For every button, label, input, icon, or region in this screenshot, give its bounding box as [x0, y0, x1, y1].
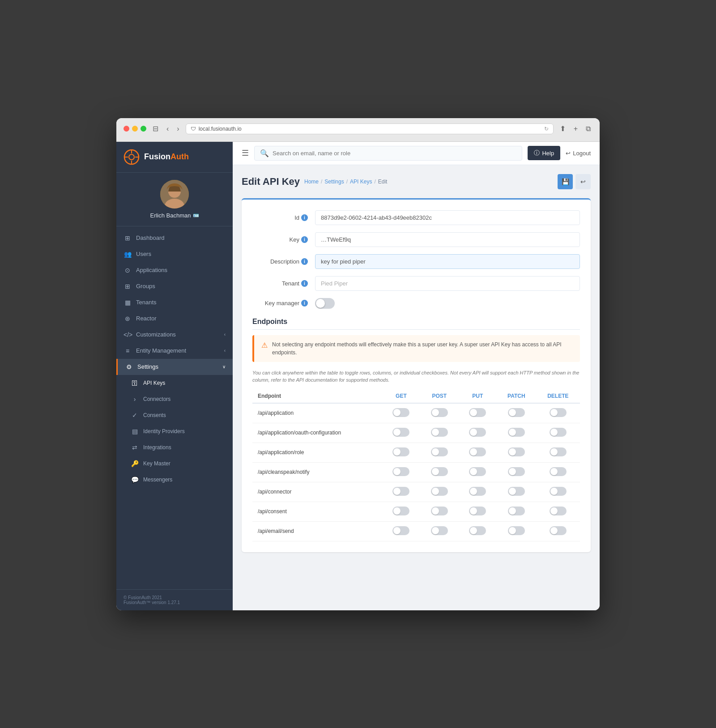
get-toggle-cell[interactable]: [382, 521, 420, 541]
delete-toggle[interactable]: [550, 507, 567, 515]
reload-icon[interactable]: ↻: [544, 126, 549, 132]
key-info-icon[interactable]: i: [301, 236, 308, 243]
patch-toggle-cell[interactable]: [497, 403, 536, 423]
put-toggle-cell[interactable]: [459, 403, 497, 423]
put-toggle-cell[interactable]: [459, 423, 497, 443]
breadcrumb-home[interactable]: Home: [304, 179, 319, 185]
delete-toggle[interactable]: [550, 526, 567, 535]
patch-toggle[interactable]: [508, 526, 525, 535]
patch-toggle-cell[interactable]: [497, 482, 536, 502]
post-col-header[interactable]: POST: [420, 389, 458, 403]
share-btn[interactable]: ⬆: [558, 123, 567, 134]
get-toggle-cell[interactable]: [382, 482, 420, 502]
sidebar-item-integrations[interactable]: ⇄ Integrations: [116, 439, 233, 456]
table-row[interactable]: /api/cleanspeak/notify: [252, 462, 580, 482]
key-input[interactable]: [315, 232, 580, 247]
put-toggle[interactable]: [469, 487, 486, 496]
sidebar-item-dashboard[interactable]: ⊞ Dashboard: [116, 230, 233, 246]
delete-toggle-cell[interactable]: [536, 443, 580, 462]
delete-col-header[interactable]: DELETE: [536, 389, 580, 403]
sidebar-item-identity-providers[interactable]: ▤ Identity Providers: [116, 423, 233, 439]
get-toggle-cell[interactable]: [382, 403, 420, 423]
get-toggle[interactable]: [392, 447, 409, 456]
sidebar-item-reactor[interactable]: ⊛ Reactor: [116, 311, 233, 327]
breadcrumb-settings[interactable]: Settings: [324, 179, 344, 185]
delete-toggle[interactable]: [550, 408, 567, 417]
forward-btn[interactable]: ›: [175, 124, 181, 134]
post-toggle-cell[interactable]: [420, 502, 458, 521]
put-toggle[interactable]: [469, 467, 486, 476]
put-col-header[interactable]: PUT: [459, 389, 497, 403]
back-btn[interactable]: ‹: [165, 124, 170, 134]
patch-toggle-cell[interactable]: [497, 502, 536, 521]
patch-toggle[interactable]: [508, 408, 525, 417]
delete-toggle[interactable]: [550, 428, 567, 437]
put-toggle[interactable]: [469, 526, 486, 535]
get-toggle[interactable]: [392, 507, 409, 515]
post-toggle[interactable]: [431, 428, 448, 437]
sidebar-item-groups[interactable]: ⊞ Groups: [116, 278, 233, 294]
get-toggle[interactable]: [392, 428, 409, 437]
put-toggle-cell[interactable]: [459, 502, 497, 521]
patch-toggle-cell[interactable]: [497, 423, 536, 443]
put-toggle[interactable]: [469, 447, 486, 456]
get-toggle-cell[interactable]: [382, 502, 420, 521]
delete-toggle[interactable]: [550, 467, 567, 476]
description-info-icon[interactable]: i: [301, 258, 308, 265]
delete-toggle-cell[interactable]: [536, 403, 580, 423]
id-input[interactable]: [315, 210, 580, 225]
search-input[interactable]: [273, 150, 516, 157]
delete-toggle-cell[interactable]: [536, 423, 580, 443]
logout-button[interactable]: ↩ Logout: [566, 150, 591, 157]
get-toggle-cell[interactable]: [382, 462, 420, 482]
sidebar-item-users[interactable]: 👥 Users: [116, 246, 233, 262]
post-toggle-cell[interactable]: [420, 403, 458, 423]
sidebar-item-applications[interactable]: ⊙ Applications: [116, 262, 233, 278]
id-info-icon[interactable]: i: [301, 214, 308, 221]
patch-toggle[interactable]: [508, 467, 525, 476]
traffic-light-yellow[interactable]: [132, 126, 138, 132]
table-row[interactable]: /api/connector: [252, 482, 580, 502]
sidebar-item-api-keys[interactable]: ⚿ API Keys: [116, 375, 233, 391]
new-tab-btn[interactable]: +: [572, 124, 580, 134]
traffic-light-green[interactable]: [141, 126, 146, 132]
description-input[interactable]: [315, 254, 580, 269]
tenant-input[interactable]: [315, 276, 580, 291]
post-toggle-cell[interactable]: [420, 482, 458, 502]
delete-toggle[interactable]: [550, 487, 567, 496]
table-row[interactable]: /api/consent: [252, 502, 580, 521]
put-toggle-cell[interactable]: [459, 521, 497, 541]
menu-button[interactable]: ☰: [242, 148, 249, 158]
table-row[interactable]: /api/application/oauth-configuration: [252, 423, 580, 443]
post-toggle-cell[interactable]: [420, 423, 458, 443]
delete-toggle-cell[interactable]: [536, 521, 580, 541]
post-toggle-cell[interactable]: [420, 443, 458, 462]
post-toggle[interactable]: [431, 507, 448, 515]
sidebar-item-entity-management[interactable]: ≡ Entity Management ‹: [116, 343, 233, 359]
put-toggle-cell[interactable]: [459, 443, 497, 462]
post-toggle[interactable]: [431, 467, 448, 476]
post-toggle-cell[interactable]: [420, 462, 458, 482]
delete-toggle[interactable]: [550, 447, 567, 456]
post-toggle[interactable]: [431, 526, 448, 535]
sidebar-item-messengers[interactable]: 💬 Messengers: [116, 472, 233, 488]
patch-toggle-cell[interactable]: [497, 462, 536, 482]
patch-toggle[interactable]: [508, 487, 525, 496]
traffic-light-red[interactable]: [124, 126, 129, 132]
table-row[interactable]: /api/application/role: [252, 443, 580, 462]
table-row[interactable]: /api/application: [252, 403, 580, 423]
sidebar-item-key-master[interactable]: 🔑 Key Master: [116, 456, 233, 472]
sidebar-item-connectors[interactable]: › Connectors: [116, 391, 233, 407]
get-toggle-cell[interactable]: [382, 423, 420, 443]
get-col-header[interactable]: GET: [382, 389, 420, 403]
patch-toggle[interactable]: [508, 428, 525, 437]
put-toggle[interactable]: [469, 408, 486, 417]
patch-toggle-cell[interactable]: [497, 521, 536, 541]
breadcrumb-api-keys[interactable]: API Keys: [350, 179, 372, 185]
delete-toggle-cell[interactable]: [536, 482, 580, 502]
put-toggle-cell[interactable]: [459, 482, 497, 502]
back-action-button[interactable]: ↩: [575, 174, 591, 189]
put-toggle[interactable]: [469, 428, 486, 437]
endpoint-col-header[interactable]: Endpoint: [252, 389, 382, 403]
sidebar-item-customizations[interactable]: </> Customizations ‹: [116, 327, 233, 343]
